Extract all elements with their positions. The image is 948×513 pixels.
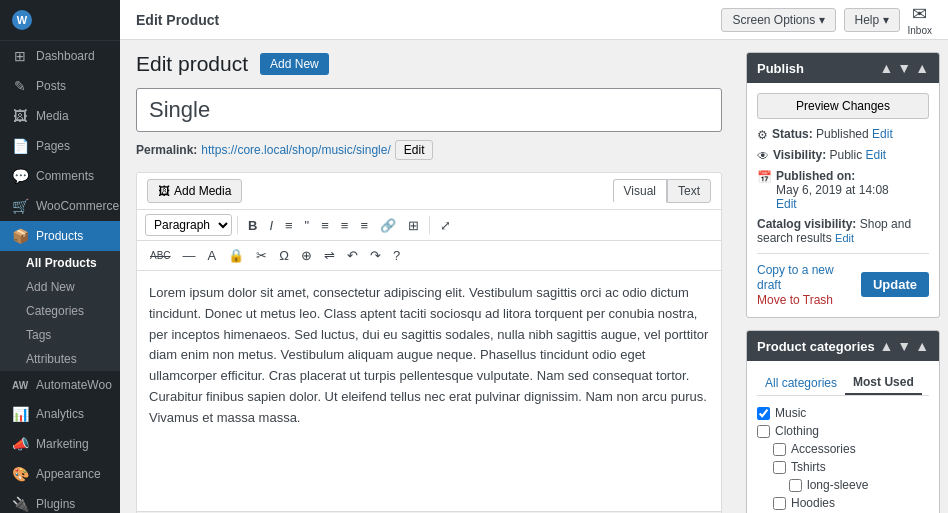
sidebar-item-appearance[interactable]: 🎨 Appearance — [0, 459, 120, 489]
sidebar-item-label: Marketing — [36, 437, 89, 451]
cat-label-tshirts: Tshirts — [791, 460, 826, 474]
bold-button[interactable]: B — [243, 215, 262, 236]
clear-formatting-button[interactable]: ✂ — [251, 245, 272, 266]
editor-body-text: Lorem ipsum dolor sit amet, consectetur … — [149, 283, 709, 429]
sidebar-item-comments[interactable]: 💬 Comments — [0, 161, 120, 191]
sidebar-item-marketing[interactable]: 📣 Marketing — [0, 429, 120, 459]
status-icon: ⚙ — [757, 128, 768, 142]
cat-label-clothing: Clothing — [775, 424, 819, 438]
cat-checkbox-hoodies[interactable] — [773, 497, 786, 510]
tab-most-used[interactable]: Most Used — [845, 371, 922, 395]
paste-from-word-button[interactable]: 🔒 — [223, 245, 249, 266]
published-on-edit-link[interactable]: Edit — [776, 197, 797, 211]
publish-panel: Publish ▲ ▼ ▲ Preview Changes ⚙ Status: — [746, 52, 940, 318]
product-categories-panel: Product categories ▲ ▼ ▲ All categories … — [746, 330, 940, 513]
preview-changes-button[interactable]: Preview Changes — [757, 93, 929, 119]
sidebar-item-posts[interactable]: ✎ Posts — [0, 71, 120, 101]
categories-up-button[interactable]: ▲ — [879, 338, 893, 354]
cat-checkbox-tshirts[interactable] — [773, 461, 786, 474]
hr-button[interactable]: — — [178, 245, 201, 266]
cat-item-long-sleeve: long-sleeve — [757, 476, 929, 494]
text-color-button[interactable]: A — [203, 245, 222, 266]
sidebar-item-automatewoo[interactable]: AW AutomateWoo — [0, 371, 120, 399]
status-edit-link[interactable]: Edit — [872, 127, 893, 141]
sidebar-sub-categories[interactable]: Categories — [0, 299, 120, 323]
sidebar-item-plugins[interactable]: 🔌 Plugins — [0, 489, 120, 513]
editor-toolbar-top: 🖼 Add Media Visual Text — [137, 173, 721, 210]
sidebar-item-media[interactable]: 🖼 Media — [0, 101, 120, 131]
toolbar-sep-2 — [429, 216, 430, 234]
screen-options-button[interactable]: Screen Options ▾ — [721, 8, 835, 32]
published-on-text: Published on: May 6, 2019 at 14:08 Edit — [776, 169, 889, 211]
rtl-button[interactable]: ⇌ — [319, 245, 340, 266]
categories-close-button[interactable]: ▲ — [915, 338, 929, 354]
align-right-button[interactable]: ≡ — [355, 215, 373, 236]
visibility-label: Visibility: — [773, 148, 826, 162]
sidebar-item-label: AutomateWoo — [36, 378, 112, 392]
help-label: Help ▾ — [855, 13, 889, 27]
inbox-label: Inbox — [908, 25, 932, 36]
product-title-input[interactable] — [136, 88, 722, 132]
fullscreen-button[interactable]: ⤢ — [435, 215, 456, 236]
tab-all-categories[interactable]: All categories — [757, 371, 845, 395]
sidebar-item-analytics[interactable]: 📊 Analytics — [0, 399, 120, 429]
analytics-icon: 📊 — [12, 406, 28, 422]
indent-button[interactable]: ⊕ — [296, 245, 317, 266]
cat-checkbox-long-sleeve[interactable] — [789, 479, 802, 492]
italic-button[interactable]: I — [264, 215, 278, 236]
tab-visual[interactable]: Visual — [613, 179, 667, 203]
sidebar-item-label: Analytics — [36, 407, 84, 421]
special-chars-button[interactable]: Ω — [274, 245, 294, 266]
tab-text[interactable]: Text — [667, 179, 711, 203]
inbox-button[interactable]: ✉ Inbox — [908, 3, 932, 36]
editor-content[interactable]: Lorem ipsum dolor sit amet, consectetur … — [137, 271, 721, 511]
align-left-button[interactable]: ≡ — [316, 215, 334, 236]
sidebar-item-woocommerce[interactable]: 🛒 WooCommerce — [0, 191, 120, 221]
cat-checkbox-clothing[interactable] — [757, 425, 770, 438]
catalog-visibility-row: Catalog visibility: Shop and search resu… — [757, 217, 929, 245]
cat-item-tshirts: Tshirts — [757, 458, 929, 476]
cat-checkbox-accessories[interactable] — [773, 443, 786, 456]
paragraph-select[interactable]: Paragraph — [145, 214, 232, 236]
permalink-edit-button[interactable]: Edit — [395, 140, 434, 160]
undo-button[interactable]: ↶ — [342, 245, 363, 266]
publish-collapse-up-button[interactable]: ▲ — [879, 60, 893, 76]
redo-button[interactable]: ↷ — [365, 245, 386, 266]
categories-down-button[interactable]: ▼ — [897, 338, 911, 354]
ordered-list-button[interactable]: ≡ — [280, 215, 298, 236]
woocommerce-icon: 🛒 — [12, 198, 28, 214]
sidebar-sub-tags[interactable]: Tags — [0, 323, 120, 347]
strikethrough-button[interactable]: ABC — [145, 247, 176, 264]
help-toolbar-button[interactable]: ? — [388, 245, 405, 266]
editor-area: Edit product Add New Permalink: https://… — [120, 40, 738, 513]
blockquote-button[interactable]: " — [300, 215, 315, 236]
calendar-icon: 📅 — [757, 170, 772, 184]
permalink-url[interactable]: https://core.local/shop/music/single/ — [201, 143, 390, 157]
link-button[interactable]: 🔗 — [375, 215, 401, 236]
marketing-icon: 📣 — [12, 436, 28, 452]
sidebar-item-pages[interactable]: 📄 Pages — [0, 131, 120, 161]
move-trash-link[interactable]: Move to Trash — [757, 293, 833, 307]
status-row: ⚙ Status: Published Edit — [757, 127, 929, 142]
catalog-visibility-edit-link[interactable]: Edit — [835, 232, 854, 244]
categories-list: Music Clothing Accessories — [757, 404, 929, 512]
sidebar-item-dashboard[interactable]: ⊞ Dashboard — [0, 41, 120, 71]
align-center-button[interactable]: ≡ — [336, 215, 354, 236]
page-heading-title: Edit product — [136, 52, 248, 76]
help-button[interactable]: Help ▾ — [844, 8, 900, 32]
cat-checkbox-music[interactable] — [757, 407, 770, 420]
add-media-icon: 🖼 — [158, 184, 170, 198]
sidebar-sub-attributes[interactable]: Attributes — [0, 347, 120, 371]
publish-close-button[interactable]: ▲ — [915, 60, 929, 76]
categories-panel-actions: ▲ ▼ ▲ — [879, 338, 929, 354]
publish-collapse-down-button[interactable]: ▼ — [897, 60, 911, 76]
sidebar-sub-all-products[interactable]: All Products — [0, 251, 120, 275]
sidebar-sub-add-new[interactable]: Add New — [0, 275, 120, 299]
add-media-button[interactable]: 🖼 Add Media — [147, 179, 242, 203]
table-button[interactable]: ⊞ — [403, 215, 424, 236]
update-button[interactable]: Update — [861, 272, 929, 297]
add-new-button[interactable]: Add New — [260, 53, 329, 75]
visibility-edit-link[interactable]: Edit — [866, 148, 887, 162]
copy-draft-link[interactable]: Copy to a new draft — [757, 263, 834, 292]
sidebar-item-products[interactable]: 📦 Products — [0, 221, 120, 251]
